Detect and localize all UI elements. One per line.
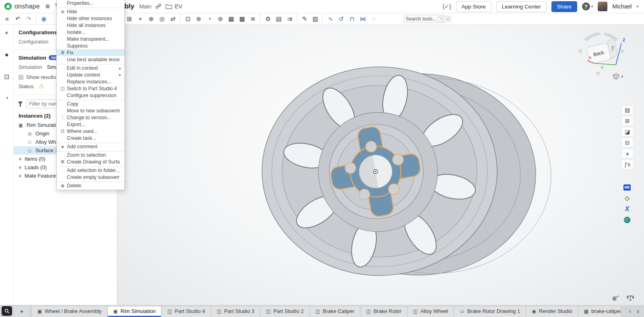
fastened-mate-icon[interactable]: ⊕ xyxy=(146,14,157,24)
context-menu-item[interactable]: Edit in context ▸ xyxy=(57,64,124,71)
user-menu-chevron-icon[interactable]: ▾ xyxy=(636,4,638,8)
context-menu-item[interactable]: Update context ▸ xyxy=(57,71,124,78)
simulation-scrub-icon[interactable]: ∿ xyxy=(322,14,336,24)
scroll-tabs-left-icon[interactable]: ‹ xyxy=(629,308,632,315)
manage-workflow-icon[interactable]: ⚙ xyxy=(260,14,273,24)
project-folder-name[interactable]: EV xyxy=(175,3,182,10)
document-tab[interactable]: ◫ Brake Caliper xyxy=(310,307,360,317)
document-tab[interactable]: ◫ Part Studio 2 xyxy=(261,307,309,317)
simulation-load-icon[interactable]: ⊓ xyxy=(347,14,357,24)
document-tab[interactable]: ▣ Wheel / Brake Assembly xyxy=(32,307,107,317)
record-state-icon[interactable]: ◉ xyxy=(36,14,49,24)
app-store-button[interactable]: App Store xyxy=(456,1,491,12)
mate-connector-tool-icon[interactable]: ⌖ xyxy=(2,29,11,37)
workspace-name[interactable]: Main xyxy=(139,3,151,10)
variables-icon[interactable]: ƒx xyxy=(621,160,633,169)
named-positions-icon[interactable]: ⊛ xyxy=(193,14,204,24)
context-menu-item[interactable]: Add selection to folder... xyxy=(57,166,124,174)
document-tab[interactable]: ▣ Rim Simulation xyxy=(108,307,161,317)
parts-list-icon[interactable]: ◪ xyxy=(621,127,633,137)
context-menu-item[interactable]: Create empty subassembly xyxy=(57,174,124,180)
sketch-icon[interactable]: ✎ xyxy=(297,14,310,24)
context-menu-item[interactable]: Isolate... xyxy=(57,29,124,35)
app-cube-icon[interactable]: ◇ xyxy=(621,193,633,203)
mass-properties-icon[interactable] xyxy=(626,294,634,301)
tab-manager-button[interactable] xyxy=(2,306,12,316)
context-menu-item[interactable]: Hide all instances xyxy=(57,22,124,29)
app-x-icon[interactable]: X xyxy=(621,204,633,214)
document-tab[interactable]: ◉ Render Studio xyxy=(526,307,578,317)
new-tab-button[interactable]: + xyxy=(14,307,29,317)
context-menu-item[interactable]: Move to new subassembly xyxy=(57,107,124,114)
app-globe-icon[interactable] xyxy=(621,215,633,225)
avatar[interactable] xyxy=(598,2,607,11)
document-tab[interactable]: ◫ Alloy Wheel xyxy=(408,307,453,317)
undo-icon[interactable]: ↶ xyxy=(12,14,23,24)
history-icon[interactable]: ◔ xyxy=(2,94,11,103)
transfer-icon[interactable]: ⇉ xyxy=(284,14,295,24)
search-tools-input[interactable]: Search tools... ⌥ C xyxy=(404,15,445,23)
featurescript-icon[interactable]: {✓} xyxy=(443,3,451,10)
chevron-down-icon[interactable]: ∨ xyxy=(19,173,22,178)
show-results-checkbox[interactable] xyxy=(19,75,23,80)
bom-panel-icon[interactable]: ⊞ xyxy=(621,116,633,126)
context-menu-item[interactable]: Create task... xyxy=(57,135,124,141)
section-view-icon[interactable]: ⊟ xyxy=(621,138,633,147)
group-icon[interactable]: ▦ xyxy=(226,14,237,24)
context-menu-item[interactable]: ⊡ Where used... xyxy=(57,128,124,135)
replicate-icon[interactable]: ≋ xyxy=(248,14,258,24)
measure-icon[interactable] xyxy=(612,294,620,301)
select-other-icon[interactable]: ⊡ xyxy=(180,14,193,24)
context-menu-item[interactable]: ⋮ Change to version... xyxy=(57,114,124,121)
help-menu[interactable]: ? ▾ xyxy=(582,2,593,10)
warning-icon[interactable]: ⚠ xyxy=(39,83,44,90)
model-properties-icon[interactable]: ▤ xyxy=(621,105,633,115)
context-menu-item[interactable]: ◫ Switch to Part Studio 4 xyxy=(57,85,124,92)
context-menu-item[interactable]: Hide other instances xyxy=(57,15,124,22)
document-tab[interactable]: ◫ Part Studio 4 xyxy=(162,307,211,317)
context-menu-item[interactable]: Copy xyxy=(57,100,124,107)
context-menu-item[interactable]: ⊗ Delete xyxy=(57,182,124,189)
redo-icon[interactable]: ↷ xyxy=(23,14,34,24)
snap-mode-icon[interactable]: ⇄ xyxy=(167,14,178,24)
where-used-panel-icon[interactable]: ⊡ xyxy=(2,72,11,81)
comment-icon[interactable]: ● xyxy=(2,50,11,59)
context-menu-item[interactable]: ⊘ Hide xyxy=(57,8,124,15)
share-link-icon[interactable] xyxy=(155,4,161,10)
appearance-icon[interactable]: ◕ xyxy=(621,149,633,158)
context-menu-item[interactable]: Suppress xyxy=(57,42,124,49)
context-menu-item[interactable]: ⊞ Create Drawing of Surface 1... xyxy=(57,158,124,165)
context-menu-item[interactable]: Properties... xyxy=(57,0,124,6)
assembly-structure-icon[interactable]: ≡ xyxy=(2,14,12,24)
insert-icon[interactable]: ⊞ xyxy=(124,14,135,24)
share-button[interactable]: Share xyxy=(551,1,577,12)
view-cube[interactable]: Back Left Z Y X xyxy=(576,30,626,78)
context-menu-item[interactable]: ● Add comment xyxy=(57,143,124,150)
onshape-logo[interactable]: onshape xyxy=(4,2,40,10)
bom-table-icon[interactable]: ▥ xyxy=(310,14,321,24)
document-tab[interactable]: ▭ Brake Rotor Drawing 1 xyxy=(454,307,525,317)
context-menu-item[interactable]: Export... xyxy=(57,121,124,128)
user-name[interactable]: Michael xyxy=(612,3,632,10)
display-states-icon[interactable]: ◔ xyxy=(204,14,215,24)
linear-pattern-icon[interactable]: ▤ xyxy=(273,14,284,24)
context-menu-item[interactable]: Make transparent... xyxy=(57,35,124,42)
chevron-down-icon[interactable]: ∨ xyxy=(19,156,22,162)
chevron-down-icon[interactable]: ∨ xyxy=(19,165,22,170)
scroll-tabs-right-icon[interactable]: › xyxy=(637,308,639,315)
filter-icon[interactable] xyxy=(18,102,23,107)
context-menu-item[interactable]: Replace instances... xyxy=(57,78,124,85)
simulation-orbit-icon[interactable]: ↺ xyxy=(336,14,347,24)
mate-relations-icon[interactable]: ⊚ xyxy=(215,14,226,24)
document-tab[interactable]: ◫ Brake Rotor xyxy=(361,307,407,317)
mate-connector-icon[interactable]: ◎ xyxy=(157,14,167,24)
context-menu-item[interactable]: Use best available tessellation xyxy=(57,56,124,63)
3d-viewport[interactable]: Back Left Z Y X ▾ xyxy=(117,25,644,305)
mate-icon[interactable]: ⌖ xyxy=(135,14,146,24)
context-menu-item[interactable]: Zoom to selection xyxy=(57,151,124,158)
simulation-bearing-icon[interactable]: ⋈ xyxy=(357,14,368,24)
context-menu-item[interactable]: Configure suppression xyxy=(57,92,124,99)
main-menu-icon[interactable]: ≡ xyxy=(45,2,50,11)
app-mb-icon[interactable]: MB xyxy=(621,182,633,192)
learning-center-button[interactable]: Learning Center xyxy=(496,1,547,12)
